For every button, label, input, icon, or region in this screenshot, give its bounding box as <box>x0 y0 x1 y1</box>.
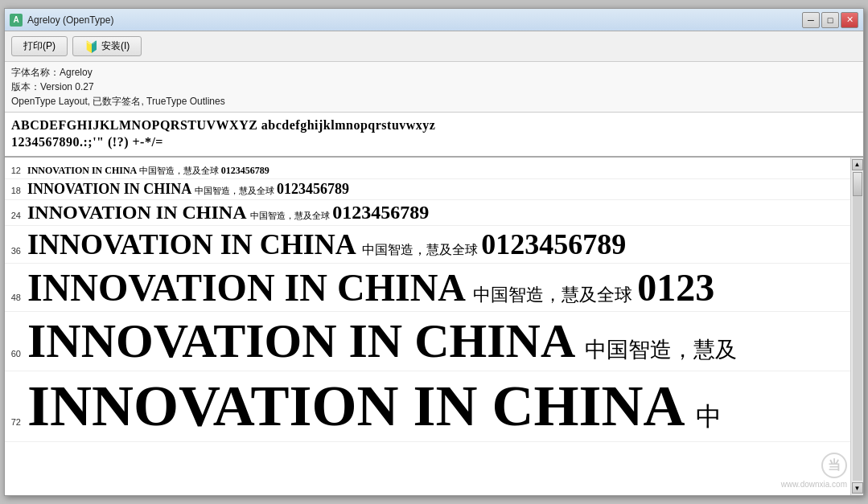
title-bar-left: A Agreloy (OpenType) <box>10 14 113 27</box>
app-icon: A <box>10 14 23 27</box>
watermark-site: www.downxia.com <box>781 480 847 489</box>
close-button[interactable]: ✕ <box>841 12 858 28</box>
scroll-up-button[interactable]: ▲ <box>852 159 863 170</box>
scroll-thumb[interactable] <box>853 172 862 196</box>
table-row: 60INNOVATION IN CHINA 中国智造，慧及 <box>5 312 850 371</box>
toolbar: 打印(P) 🔰 安装(I) <box>5 31 863 62</box>
font-version-line: 版本：Version 0.27 <box>11 80 857 94</box>
preview-text: INNOVATION IN CHINA 中 <box>27 373 850 440</box>
preview-text: INNOVATION IN CHINA 中国智造，慧及全球 0123456789 <box>27 202 850 223</box>
print-button[interactable]: 打印(P) <box>11 36 68 56</box>
table-row: 18INNOVATION IN CHINA 中国智造，慧及全球 01234567… <box>5 179 850 200</box>
minimize-button[interactable]: ─ <box>802 12 820 28</box>
chinese-text: 中国智造，慧及全球 <box>195 186 277 195</box>
size-label: 18 <box>5 186 27 195</box>
chinese-text: 中国智造，慧及全球 <box>362 242 482 256</box>
table-row: 12INNOVATION IN CHINA 中国智造，慧及全球 01234567… <box>5 161 850 179</box>
main-window: A Agreloy (OpenType) ─ □ ✕ 打印(P) 🔰 安装(I)… <box>4 8 864 496</box>
size-label: 12 <box>5 166 27 175</box>
latin-text: INNOVATION IN CHINA <box>27 181 195 197</box>
size-label: 48 <box>5 293 27 302</box>
preview-text: INNOVATION IN CHINA 中国智造，慧及全球 0123456789 <box>27 162 850 177</box>
install-label: 安装(I) <box>101 39 130 53</box>
watermark-logo: 当 <box>821 453 847 478</box>
maximize-button[interactable]: □ <box>821 12 839 28</box>
font-name-line: 字体名称：Agreloy <box>11 65 857 80</box>
font-info: 字体名称：Agreloy 版本：Version 0.27 OpenType La… <box>5 62 863 113</box>
latin-text: INNOVATION IN CHINA <box>27 374 696 438</box>
title-bar: A Agreloy (OpenType) ─ □ ✕ <box>5 9 863 31</box>
alphabet-section: ABCDEFGHIJKLMNOPQRSTUVWXYZ abcdefghijklm… <box>5 113 863 158</box>
number-text: 0123456789 <box>221 165 269 176</box>
preview-text: INNOVATION IN CHINA 中国智造，慧及全球 0123456789 <box>27 181 850 198</box>
install-icon: 🔰 <box>84 40 98 53</box>
preview-area: 12INNOVATION IN CHINA 中国智造，慧及全球 01234567… <box>5 158 863 495</box>
size-label: 72 <box>5 417 27 427</box>
window-controls: ─ □ ✕ <box>802 12 858 28</box>
font-type-line: OpenType Layout, 已数字签名, TrueType Outline… <box>11 94 857 109</box>
chinese-text: 中 <box>696 402 722 431</box>
preview-rows: 12INNOVATION IN CHINA 中国智造，慧及全球 01234567… <box>5 158 863 445</box>
size-label: 24 <box>5 211 27 220</box>
number-text: 0123 <box>637 266 714 309</box>
chinese-text: 中国智造，慧及全球 <box>139 166 221 175</box>
latin-text: INNOVATION IN CHINA <box>27 165 139 176</box>
chinese-text: 中国智造，慧及全球 <box>473 285 637 305</box>
alphabet-line1: ABCDEFGHIJKLMNOPQRSTUVWXYZ abcdefghijklm… <box>11 117 857 134</box>
number-text: 0123456789 <box>277 181 349 197</box>
print-label: 打印(P) <box>23 39 56 53</box>
size-label: 60 <box>5 349 27 359</box>
watermark: 当 www.downxia.com <box>781 453 847 489</box>
number-text: 0123456789 <box>332 202 429 223</box>
scroll-track[interactable] <box>853 172 862 481</box>
latin-text: INNOVATION IN CHINA <box>27 228 362 260</box>
chinese-text: 中国智造，慧及全球 <box>250 211 332 220</box>
latin-text: INNOVATION IN CHINA <box>27 266 473 309</box>
latin-text: INNOVATION IN CHINA <box>27 314 585 367</box>
scrollbar[interactable]: ▲ ▼ <box>850 158 863 495</box>
number-text: 0123456789 <box>481 228 626 260</box>
preview-text: INNOVATION IN CHINA 中国智造，慧及 <box>27 313 850 369</box>
table-row: 72INNOVATION IN CHINA 中 <box>5 371 850 442</box>
alphabet-line2: 1234567890.:;'" (!?) +-*/= <box>11 134 857 151</box>
scroll-down-button[interactable]: ▼ <box>852 482 863 494</box>
window-title: Agreloy (OpenType) <box>27 14 113 26</box>
preview-text: INNOVATION IN CHINA 中国智造，慧及全球 0123456789 <box>27 227 850 261</box>
install-button[interactable]: 🔰 安装(I) <box>72 36 142 56</box>
size-label: 36 <box>5 246 27 256</box>
latin-text: INNOVATION IN CHINA <box>27 202 250 223</box>
preview-text: INNOVATION IN CHINA 中国智造，慧及全球 0123 <box>27 265 850 309</box>
table-row: 24INNOVATION IN CHINA 中国智造，慧及全球 01234567… <box>5 200 850 226</box>
table-row: 36INNOVATION IN CHINA 中国智造，慧及全球 01234567… <box>5 226 850 264</box>
table-row: 48INNOVATION IN CHINA 中国智造，慧及全球 0123 <box>5 264 850 312</box>
chinese-text: 中国智造，慧及 <box>585 338 737 362</box>
